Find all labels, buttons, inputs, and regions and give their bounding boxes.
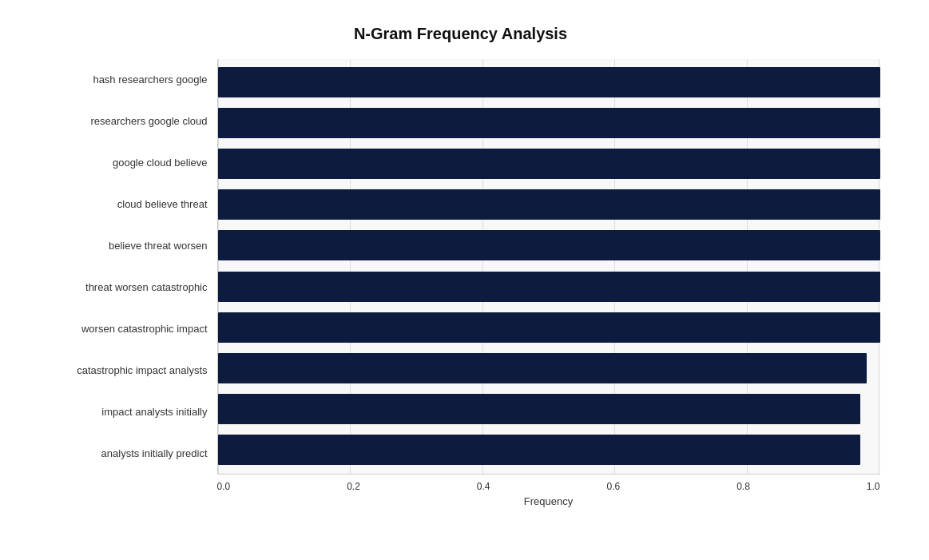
x-tick: 0.2 xyxy=(347,481,360,492)
y-label: impact analysts initially xyxy=(101,407,207,417)
x-tick: 0.6 xyxy=(606,481,620,492)
bar-row xyxy=(218,105,880,141)
bar xyxy=(218,435,860,465)
bar xyxy=(218,272,880,302)
chart-title: N-Gram Frequency Analysis xyxy=(42,25,880,43)
bar xyxy=(218,189,880,220)
x-tick: 0.8 xyxy=(736,481,750,492)
y-axis-labels: hash researchers googleresearchers googl… xyxy=(42,59,217,475)
y-label: worsen catastrophic impact xyxy=(81,324,208,334)
x-axis-label: Frequency xyxy=(42,495,880,507)
y-label: researchers google cloud xyxy=(91,116,208,126)
bar xyxy=(218,353,867,383)
bar xyxy=(218,230,880,260)
bar xyxy=(218,149,880,179)
bar-row xyxy=(218,432,880,467)
x-tick: 0.0 xyxy=(217,481,231,492)
chart-container: N-Gram Frequency Analysis hash researche… xyxy=(26,9,904,552)
bar xyxy=(218,67,880,97)
chart-area: hash researchers googleresearchers googl… xyxy=(42,59,880,475)
bar-row xyxy=(218,269,880,304)
bar-row xyxy=(218,187,880,222)
plot-area xyxy=(217,59,880,475)
bar xyxy=(218,108,880,138)
bar xyxy=(218,394,860,424)
bar-row xyxy=(218,146,880,181)
y-label: cloud believe threat xyxy=(117,199,208,209)
y-label: catastrophic impact analysts xyxy=(77,365,207,375)
y-label: analysts initially predict xyxy=(101,448,208,459)
bar-row xyxy=(218,228,880,263)
bar-row xyxy=(218,65,880,100)
bar-row xyxy=(218,351,880,386)
y-label: believe threat worsen xyxy=(109,240,208,251)
x-axis-ticks: 0.00.20.40.60.81.0 xyxy=(42,481,880,492)
y-label: google cloud believe xyxy=(113,157,208,168)
y-label: threat worsen catastrophic xyxy=(85,282,207,292)
bar-row xyxy=(218,310,880,345)
y-label: hash researchers google xyxy=(93,74,207,85)
bar-row xyxy=(218,391,880,427)
bar xyxy=(218,312,880,343)
x-tick: 0.4 xyxy=(477,481,490,492)
x-tick: 1.0 xyxy=(867,481,880,492)
